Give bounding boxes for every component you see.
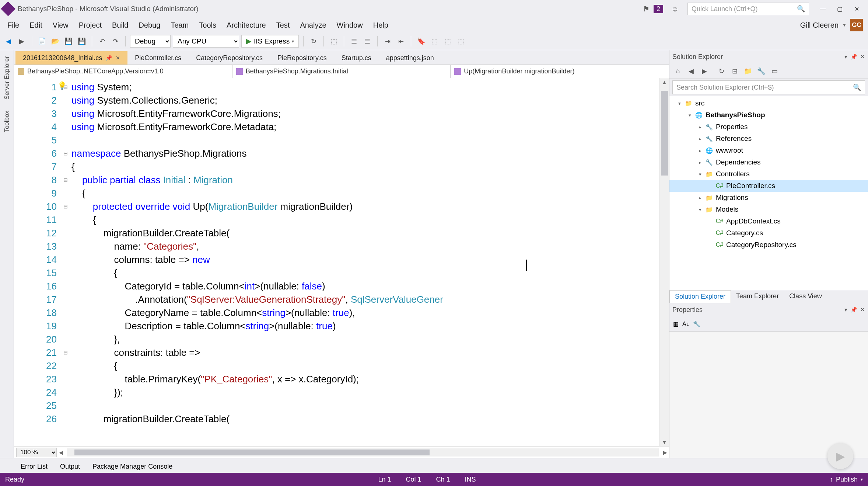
tree-node[interactable]: ▾📁Controllers	[669, 168, 868, 180]
menu-file[interactable]: File	[2, 19, 24, 32]
user-avatar[interactable]: GC	[850, 19, 863, 31]
notification-badge[interactable]: 2	[654, 5, 663, 13]
undo-button[interactable]: ↶	[97, 36, 108, 47]
panel-pin-icon[interactable]: 📌	[850, 53, 857, 60]
member-dropdown[interactable]: Up(MigrationBuilder migrationBuilder)	[451, 65, 669, 78]
code-editor[interactable]: 💡 12345678910111213141516171819202122232…	[14, 78, 669, 446]
show-all-icon[interactable]: 📁	[743, 66, 753, 76]
nav-forward-button[interactable]: ▶	[16, 36, 27, 47]
panel-dropdown-icon[interactable]: ▾	[844, 53, 847, 60]
solution-tree[interactable]: ▾📁src▾🌐BethanysPieShop▸🔧Properties▸🔧Refe…	[669, 96, 868, 290]
tree-node[interactable]: ▸🔧Properties	[669, 121, 868, 133]
play-overlay-icon[interactable]: ▶	[827, 443, 853, 469]
tree-node[interactable]: C#CategoryRepository.cs	[669, 239, 868, 251]
alphabetical-icon[interactable]: A↓	[682, 321, 689, 327]
feedback-icon[interactable]: ☺	[670, 4, 680, 14]
nav-back-button[interactable]: ◀	[3, 36, 14, 47]
solution-search-input[interactable]: Search Solution Explorer (Ctrl+$) 🔍	[672, 80, 865, 94]
tree-node[interactable]: C#PieController.cs	[669, 180, 868, 192]
user-dropdown-icon[interactable]: ▼	[842, 22, 847, 28]
tree-node[interactable]: ▸🔧References	[669, 133, 868, 145]
user-name[interactable]: Gill Cleeren	[800, 21, 839, 29]
right-tab[interactable]: Team Explorer	[731, 290, 784, 303]
toolbar-btn-3[interactable]: ⬚	[442, 36, 453, 47]
menu-tools[interactable]: Tools	[194, 19, 221, 32]
back-icon[interactable]: ◀	[686, 66, 696, 76]
minimize-button[interactable]: —	[814, 3, 831, 15]
pin-icon[interactable]: 📌	[106, 55, 112, 61]
package-manager-tab[interactable]: Package Manager Console	[87, 460, 178, 473]
tree-node[interactable]: ▾🌐BethanysPieShop	[669, 109, 868, 121]
project-dropdown[interactable]: BethanysPieShop..NETCoreApp,Version=v1.0	[14, 65, 232, 78]
close-icon[interactable]: ✕	[116, 55, 120, 61]
right-tab[interactable]: Class View	[784, 290, 827, 303]
quick-launch-input[interactable]: Quick Launch (Ctrl+Q) 🔍	[687, 3, 809, 15]
document-tab[interactable]: PieController.cs	[127, 51, 189, 65]
maximize-button[interactable]: ▢	[831, 3, 848, 15]
outdent-button[interactable]: ⇤	[395, 36, 406, 47]
menu-debug[interactable]: Debug	[133, 19, 165, 32]
menu-view[interactable]: View	[48, 19, 74, 32]
configuration-select[interactable]: Debug	[130, 35, 171, 48]
comment-button[interactable]: ☰	[349, 36, 360, 47]
tree-node[interactable]: ▸🔧Dependencies	[669, 156, 868, 168]
redo-button[interactable]: ↷	[110, 36, 121, 47]
vertical-scrollbar[interactable]: ▲ ▼	[659, 78, 669, 446]
property-pages-icon[interactable]: 🔧	[693, 320, 700, 327]
menu-test[interactable]: Test	[271, 19, 295, 32]
zoom-select[interactable]: 100 %	[16, 448, 57, 457]
toolbar-btn-1[interactable]: ⬚	[328, 36, 339, 47]
scroll-thumb[interactable]	[661, 91, 668, 176]
server-explorer-tab[interactable]: Server Explorer	[3, 54, 11, 102]
tree-node[interactable]: C#AppDbContext.cs	[669, 215, 868, 227]
right-tab[interactable]: Solution Explorer	[669, 290, 731, 303]
uncomment-button[interactable]: ☰	[362, 36, 373, 47]
flag-icon[interactable]: ⚑	[641, 4, 651, 14]
document-tab[interactable]: CategoryRepository.cs	[189, 51, 270, 65]
run-button[interactable]: ▶IIS Express▾	[241, 35, 299, 48]
tree-node[interactable]: C#Category.cs	[669, 227, 868, 239]
lightbulb-icon[interactable]: 💡	[57, 81, 67, 90]
open-file-button[interactable]: 📂	[50, 36, 61, 47]
menu-edit[interactable]: Edit	[24, 19, 47, 32]
menu-architecture[interactable]: Architecture	[221, 19, 271, 32]
tree-node[interactable]: ▾📁Models	[669, 204, 868, 215]
panel-close-icon[interactable]: ✕	[860, 53, 865, 60]
document-tab[interactable]: PieRepository.cs	[270, 51, 334, 65]
class-dropdown[interactable]: BethanysPieShop.Migrations.Initial	[232, 65, 451, 78]
platform-select[interactable]: Any CPU	[173, 35, 239, 48]
menu-analyze[interactable]: Analyze	[295, 19, 331, 32]
categorized-icon[interactable]: ▦	[673, 320, 679, 327]
tree-node[interactable]: ▾📁src	[669, 97, 868, 109]
panel-close-icon[interactable]: ✕	[860, 306, 865, 313]
toolbox-tab[interactable]: Toolbox	[3, 108, 11, 135]
home-icon[interactable]: ⌂	[673, 66, 683, 76]
menu-build[interactable]: Build	[107, 19, 133, 32]
properties-icon[interactable]: 🔧	[756, 66, 766, 76]
document-tab[interactable]: appsettings.json	[379, 51, 441, 65]
output-tab[interactable]: Output	[54, 460, 86, 473]
new-project-button[interactable]: 📄	[36, 36, 48, 47]
browser-link-button[interactable]: ↻	[308, 36, 319, 47]
menu-team[interactable]: Team	[165, 19, 194, 32]
bookmark-button[interactable]: 🔖	[416, 36, 427, 47]
document-tab[interactable]: 20161213200648_Initial.cs📌✕	[15, 51, 127, 65]
error-list-tab[interactable]: Error List	[15, 460, 53, 473]
panel-dropdown-icon[interactable]: ▾	[844, 306, 847, 313]
forward-icon[interactable]: ▶	[700, 66, 709, 76]
close-button[interactable]: ✕	[848, 3, 865, 15]
scroll-left-icon[interactable]: ◀	[57, 448, 65, 457]
menu-help[interactable]: Help	[368, 19, 393, 32]
indent-button[interactable]: ⇥	[382, 36, 393, 47]
document-tab[interactable]: Startup.cs	[334, 51, 379, 65]
preview-icon[interactable]: ▭	[770, 66, 779, 76]
toolbar-btn-4[interactable]: ⬚	[455, 36, 466, 47]
scroll-right-icon[interactable]: ▶	[661, 448, 669, 457]
tree-node[interactable]: ▸🌐wwwroot	[669, 145, 868, 156]
scroll-down-icon[interactable]: ▼	[660, 438, 669, 446]
panel-pin-icon[interactable]: 📌	[850, 306, 857, 313]
refresh-icon[interactable]: ↻	[717, 66, 726, 76]
horizontal-scrollbar[interactable]	[67, 448, 659, 457]
save-all-button[interactable]: 💾	[76, 36, 87, 47]
menu-project[interactable]: Project	[74, 19, 107, 32]
